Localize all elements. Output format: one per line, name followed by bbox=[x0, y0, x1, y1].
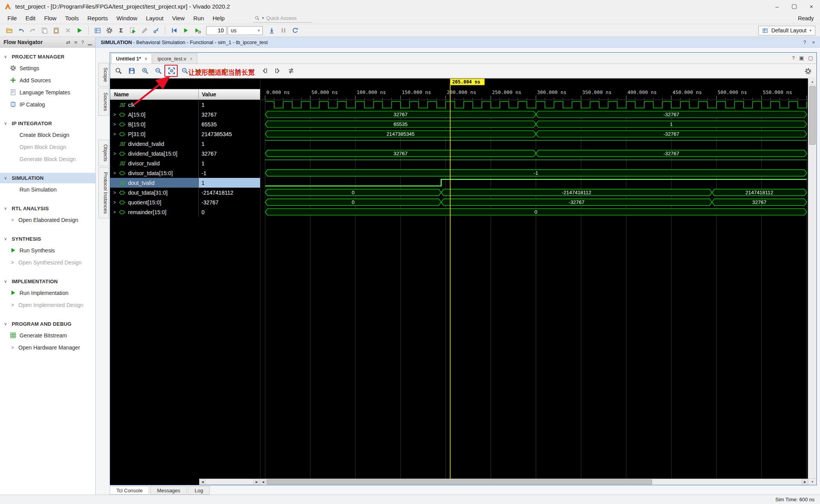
help-icon[interactable]: ? bbox=[792, 55, 795, 61]
menu-tools[interactable]: Tools bbox=[61, 13, 83, 23]
names-horizontal-scrollbar[interactable]: ◀ ▶ bbox=[199, 479, 260, 485]
find-icon[interactable] bbox=[113, 66, 123, 76]
flow-item-settings[interactable]: Settings bbox=[0, 62, 95, 74]
vertical-scroll-thumb[interactable] bbox=[809, 86, 816, 145]
signal-row-dout-tvalid[interactable]: dout_tvalid1 bbox=[110, 178, 260, 188]
flow-section-header-ip-integrator[interactable]: ∨IP INTEGRATOR bbox=[0, 118, 95, 129]
run-file-icon[interactable] bbox=[127, 25, 138, 35]
expand-icon[interactable]: > bbox=[112, 209, 117, 215]
flow-section-header-project-manager[interactable]: ∨PROJECT MANAGER bbox=[0, 51, 95, 62]
side-tab-objects[interactable]: Objects bbox=[98, 140, 109, 166]
gear-icon[interactable] bbox=[104, 25, 114, 35]
scroll-up-icon[interactable]: ▲ bbox=[808, 78, 816, 85]
minimize-button[interactable]: – bbox=[768, 0, 786, 12]
flow-item-open-implemented-design[interactable]: >Open Implemented Design bbox=[0, 299, 95, 311]
vertical-scrollbar[interactable]: ▲ ▼ bbox=[808, 78, 816, 485]
close-icon[interactable]: × bbox=[144, 56, 147, 62]
flow-item-generate-bitstream[interactable]: Generate Bitstream bbox=[0, 329, 95, 341]
flow-item-open-synthesized-design[interactable]: >Open Synthesized Design bbox=[0, 256, 95, 268]
flow-section-header-simulation[interactable]: ∨SIMULATION bbox=[0, 173, 95, 183]
window-icon[interactable]: ▣ bbox=[799, 55, 804, 61]
flow-item-run-synthesis[interactable]: Run Synthesis bbox=[0, 244, 95, 256]
run-icon[interactable] bbox=[74, 25, 85, 35]
scroll-left-icon[interactable]: ◀ bbox=[260, 479, 266, 485]
names-scroll-track[interactable] bbox=[206, 479, 253, 484]
swap-icon[interactable] bbox=[286, 66, 296, 76]
restart-icon[interactable] bbox=[169, 25, 179, 35]
redo-icon[interactable] bbox=[27, 25, 38, 35]
side-tab-scope[interactable]: Scope bbox=[98, 63, 109, 87]
close-icon[interactable]: × bbox=[190, 56, 193, 62]
probe-icon[interactable] bbox=[151, 25, 161, 35]
flow-section-header-program-and-debug[interactable]: ∨PROGRAM AND DEBUG bbox=[0, 319, 95, 329]
console-tab-messages[interactable]: Messages bbox=[150, 486, 187, 495]
expand-icon[interactable]: > bbox=[112, 190, 117, 195]
flow-item-add-sources[interactable]: Add Sources bbox=[0, 74, 95, 86]
pause-icon[interactable] bbox=[278, 25, 289, 35]
flow-navigator-header-icon[interactable]: ⇄ bbox=[66, 39, 70, 45]
layout-select[interactable]: Default Layout ▾ bbox=[758, 26, 815, 35]
wave-settings-button[interactable] bbox=[803, 66, 813, 76]
signal-row-dividend-tdata-15-0[interactable]: >dividend_tdata[15:0]32767 bbox=[110, 149, 260, 158]
expand-icon[interactable]: > bbox=[112, 170, 117, 176]
menu-flow[interactable]: Flow bbox=[40, 13, 61, 23]
scroll-down-icon[interactable]: ▼ bbox=[808, 478, 816, 485]
quick-access-search[interactable]: ▾ Quick Access bbox=[253, 14, 312, 23]
save-wave-icon[interactable] bbox=[127, 66, 137, 76]
menu-edit[interactable]: Edit bbox=[21, 13, 40, 23]
signal-row-a-15-0[interactable]: >A[15:0]32767 bbox=[110, 110, 260, 119]
undo-icon[interactable] bbox=[16, 25, 26, 35]
relaunch-icon[interactable] bbox=[290, 25, 300, 35]
next-marker-icon[interactable] bbox=[273, 66, 283, 76]
time-unit-select[interactable]: us ▾ bbox=[228, 26, 263, 35]
signal-row-divisor-tvalid[interactable]: divisor_tvalid1 bbox=[110, 158, 260, 168]
flow-section-header-synthesis[interactable]: ∨SYNTHESIS bbox=[0, 234, 95, 244]
signal-row-b-15-0[interactable]: >B[15:0]65535 bbox=[110, 119, 260, 129]
signal-row-clk[interactable]: clk1 bbox=[110, 100, 260, 110]
expand-icon[interactable]: > bbox=[112, 112, 117, 117]
menu-help[interactable]: Help bbox=[208, 13, 229, 23]
help-icon[interactable]: ? bbox=[803, 39, 806, 45]
tab-ipcore-test-v[interactable]: ipcore_test.v× bbox=[153, 53, 197, 64]
close-icon[interactable]: × bbox=[812, 39, 815, 45]
paste-icon[interactable] bbox=[51, 25, 61, 35]
flow-item-ip-catalog[interactable]: IP Catalog bbox=[0, 98, 95, 110]
delete-icon[interactable] bbox=[62, 25, 73, 35]
flow-item-create-block-design[interactable]: Create Block Design bbox=[0, 129, 95, 141]
scroll-right-icon[interactable]: ▶ bbox=[802, 479, 808, 485]
wave-horizontal-scrollbar[interactable]: ◀ ▶ bbox=[260, 479, 808, 485]
side-tab-sources[interactable]: Sources bbox=[98, 88, 109, 116]
signal-row-dividend-tvalid[interactable]: dividend_tvalid1 bbox=[110, 139, 260, 149]
tab-untitled-1[interactable]: Untitled 1*× bbox=[111, 53, 152, 64]
zoom-in-icon[interactable] bbox=[140, 66, 150, 76]
expand-icon[interactable]: > bbox=[112, 200, 117, 205]
sum-icon[interactable]: Σ bbox=[116, 25, 126, 35]
flow-navigator-header-icon[interactable]: ≡ bbox=[74, 39, 77, 45]
console-tab-tcl-console[interactable]: Tcl Console bbox=[110, 486, 149, 495]
signal-row-dout-tdata-31-0[interactable]: >dout_tdata[31:0]-2147418112 bbox=[110, 188, 260, 197]
run-for-icon[interactable] bbox=[192, 25, 203, 35]
flow-item-language-templates[interactable]: Language Templates bbox=[0, 86, 95, 98]
menu-layout[interactable]: Layout bbox=[142, 13, 168, 23]
menu-reports[interactable]: Reports bbox=[83, 13, 112, 23]
run-all-icon[interactable] bbox=[180, 25, 191, 35]
signal-row-p-31-0[interactable]: >P[31:0]2147385345 bbox=[110, 129, 260, 139]
wave-scroll-track[interactable] bbox=[266, 479, 802, 485]
flow-item-open-block-design[interactable]: Open Block Design bbox=[0, 141, 95, 153]
flow-navigator-header-icon[interactable]: ? bbox=[81, 39, 84, 45]
flow-item-open-elaborated-design[interactable]: >Open Elaborated Design bbox=[0, 214, 95, 226]
flow-section-header-rtl-analysis[interactable]: ∨RTL ANALYSIS bbox=[0, 203, 95, 214]
maximize-button[interactable]: ▢ bbox=[786, 0, 803, 12]
copy-icon[interactable] bbox=[39, 25, 50, 35]
close-button[interactable]: × bbox=[803, 0, 820, 12]
flow-item-generate-block-design[interactable]: Generate Block Design bbox=[0, 153, 95, 165]
menu-run[interactable]: Run bbox=[189, 13, 209, 23]
flow-item-run-implementation[interactable]: Run Implementation bbox=[0, 287, 95, 299]
waveform-canvas[interactable]: 0.000 ns50.000 ns100.000 ns150.000 ns200… bbox=[260, 78, 808, 479]
flow-navigator-header-icon[interactable]: ▁ bbox=[88, 39, 92, 45]
menu-window[interactable]: Window bbox=[112, 13, 141, 23]
name-column-header[interactable]: Name bbox=[110, 89, 198, 99]
flow-section-header-implementation[interactable]: ∨IMPLEMENTATION bbox=[0, 276, 95, 287]
window-icon[interactable]: ▢ bbox=[808, 55, 813, 61]
expand-icon[interactable]: > bbox=[112, 131, 117, 137]
